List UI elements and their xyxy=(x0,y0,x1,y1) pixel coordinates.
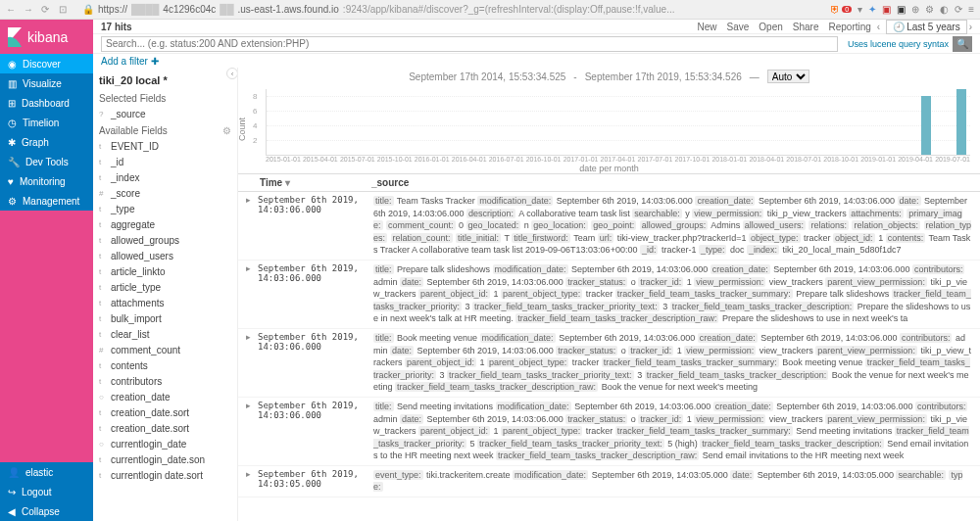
lucene-hint[interactable]: Uses lucene query syntax xyxy=(848,39,949,49)
nav-visualize[interactable]: ▥Visualize xyxy=(0,73,93,93)
ext-icon-3[interactable]: ▣ xyxy=(897,4,906,15)
doc-row[interactable]: ▸September 6th 2019, 14:03:06.000title: … xyxy=(238,260,980,329)
shield-icon[interactable]: ⛨ xyxy=(830,4,840,15)
time-next[interactable]: › xyxy=(969,22,972,32)
field-contents[interactable]: tcontents xyxy=(99,357,231,373)
sync-icon[interactable]: ⟳ xyxy=(955,4,962,15)
chart-bar[interactable] xyxy=(921,96,931,155)
time-prev[interactable]: ‹ xyxy=(877,22,880,32)
field-EVENT_ID[interactable]: tEVENT_ID xyxy=(99,138,231,154)
timepicker[interactable]: 🕘Last 5 years xyxy=(886,20,966,34)
ext-icon-1[interactable]: ✦ xyxy=(868,4,876,15)
nav-elastic[interactable]: 👤elastic xyxy=(0,462,93,482)
bookmark-icon[interactable]: ▾ xyxy=(858,4,862,15)
nav-monitoring[interactable]: ♥Monitoring xyxy=(0,171,93,191)
url-path: :9243/app/kibana#/discover?_g=(refreshIn… xyxy=(343,4,675,15)
url-bar[interactable]: 🔒 https:// ████ 4c1296c04c ██ .us-east-1… xyxy=(78,4,830,15)
doc-row[interactable]: ▸September 6th 2019, 14:03:06.000title: … xyxy=(238,398,980,466)
index-pattern[interactable]: tiki_20 local * xyxy=(99,71,231,89)
expand-icon[interactable]: ▸ xyxy=(246,401,258,462)
selected-fields-title: Selected Fields xyxy=(99,89,231,106)
doc-time: September 6th 2019, 14:03:05.000 xyxy=(258,469,373,494)
expand-icon[interactable]: ▸ xyxy=(246,195,258,257)
reload-button[interactable]: ⟳ xyxy=(41,4,49,15)
field-creation_date[interactable]: ○creation_date xyxy=(99,389,231,404)
nav-graph[interactable]: ✱Graph xyxy=(0,132,93,152)
expand-icon[interactable]: ▸ xyxy=(246,263,258,325)
field-article_type[interactable]: tarticle_type xyxy=(99,279,231,295)
back-button[interactable]: ← xyxy=(6,4,16,15)
open-button[interactable]: Open xyxy=(759,22,782,32)
field-currentlogin_date.son[interactable]: tcurrentlogin_date.son xyxy=(99,451,231,467)
field-attachments[interactable]: tattachments xyxy=(99,295,231,310)
field-currentlogin date.sort[interactable]: tcurrentlogin date.sort xyxy=(99,467,231,483)
field-bulk_import[interactable]: tbulk_import xyxy=(99,310,231,326)
share-button[interactable]: Share xyxy=(793,22,819,32)
searchbar: Uses lucene query syntax 🔍 xyxy=(93,34,980,54)
search-button[interactable]: 🔍 xyxy=(953,36,972,52)
expand-icon[interactable]: ▸ xyxy=(246,469,258,494)
wrench-icon: 🔧 xyxy=(8,157,20,167)
gear-icon[interactable]: ⚙ xyxy=(222,125,231,136)
field-_index[interactable]: t_index xyxy=(99,169,231,185)
field-currentlogin_date[interactable]: ○currentlogin_date xyxy=(99,436,231,451)
nav-main: ◉Discover▥Visualize⊞Dashboard◷Timelion✱G… xyxy=(0,54,93,211)
doc-row[interactable]: ▸September 6th 2019, 14:03:05.000event_t… xyxy=(238,466,980,497)
ext-icon-4[interactable]: ⊕ xyxy=(911,4,919,15)
new-button[interactable]: New xyxy=(698,22,717,32)
doc-row[interactable]: ▸September 6th 2019, 14:03:06.000title: … xyxy=(238,192,980,260)
results: September 17th 2014, 15:53:34.525 - Sept… xyxy=(238,68,980,521)
doc-time: September 6th 2019, 14:03:06.000 xyxy=(258,332,373,394)
field-allowed_users[interactable]: tallowed_users xyxy=(99,248,231,263)
save-button[interactable]: Save xyxy=(727,22,750,32)
histogram-chart[interactable]: Count 2468 2015-01-012015-04-012015-07-0… xyxy=(238,85,980,173)
ext-icon-6[interactable]: ◐ xyxy=(940,4,949,15)
gear-icon: ⚙ xyxy=(8,196,17,207)
histogram-header: September 17th 2014, 15:53:34.525 - Sept… xyxy=(238,68,980,85)
field-article_linkto[interactable]: tarticle_linkto xyxy=(99,263,231,279)
field-aggregate[interactable]: taggregate xyxy=(99,216,231,232)
field-contributors[interactable]: tcontributors xyxy=(99,373,231,389)
nav-collapse[interactable]: ◀Collapse xyxy=(0,501,93,521)
doc-row[interactable]: ▸September 6th 2019, 14:03:06.000title: … xyxy=(238,329,980,398)
col-time[interactable]: Time ▾ xyxy=(246,177,371,188)
doc-source: title: Send meeting invitations modifica… xyxy=(373,401,972,462)
field-creation_date.sort[interactable]: tcreation_date.sort xyxy=(99,420,231,436)
field-_id[interactable]: t_id xyxy=(99,154,231,169)
interval-select[interactable]: Auto xyxy=(767,70,809,83)
kibana-logo[interactable]: kibana xyxy=(0,20,93,54)
expand-icon[interactable]: ▸ xyxy=(246,332,258,394)
nav-logout[interactable]: ↪Logout xyxy=(0,482,93,501)
main: 17 hits New Save Open Share Reporting ‹ … xyxy=(93,20,980,521)
field-comment_count[interactable]: #comment_count xyxy=(99,342,231,357)
menu-icon[interactable]: ≡ xyxy=(968,4,974,15)
sort-desc-icon[interactable]: ▾ xyxy=(285,177,290,188)
nav-management[interactable]: ⚙Management xyxy=(0,191,93,211)
ext-icon-5[interactable]: ⚙ xyxy=(925,4,934,15)
fields-panel: ‹ tiki_20 local * Selected Fields ?_sour… xyxy=(93,68,238,521)
search-input[interactable] xyxy=(101,36,838,52)
forward-button[interactable]: → xyxy=(24,4,33,15)
compass-icon: ◉ xyxy=(8,59,17,70)
collapse-fields-icon[interactable]: ‹ xyxy=(226,68,238,79)
field-_source[interactable]: ?_source xyxy=(99,106,231,121)
clock-icon: 🕘 xyxy=(893,22,905,32)
field-_type[interactable]: t_type xyxy=(99,201,231,216)
field-creation_date.sort[interactable]: tcreation_date.sort xyxy=(99,404,231,420)
add-filter-button[interactable]: Add a filter ✚ xyxy=(101,56,159,67)
doc-list[interactable]: ▸September 6th 2019, 14:03:06.000title: … xyxy=(238,192,980,521)
doc-time: September 6th 2019, 14:03:06.000 xyxy=(258,195,373,257)
nav-timelion[interactable]: ◷Timelion xyxy=(0,113,93,132)
clock-icon: ◷ xyxy=(8,118,17,128)
reporting-button[interactable]: Reporting xyxy=(828,22,870,32)
col-source[interactable]: _source xyxy=(371,177,972,188)
chart-bar[interactable] xyxy=(956,89,966,155)
ext-icon-2[interactable]: ▣ xyxy=(882,4,891,15)
nav-discover[interactable]: ◉Discover xyxy=(0,54,93,73)
nav-dev tools[interactable]: 🔧Dev Tools xyxy=(0,152,93,171)
field-clear_list[interactable]: tclear_list xyxy=(99,326,231,342)
field-allowed_groups[interactable]: tallowed_groups xyxy=(99,232,231,248)
field-_score[interactable]: #_score xyxy=(99,185,231,201)
nav-dashboard[interactable]: ⊞Dashboard xyxy=(0,93,93,113)
doc-source: title: Book meeting venue modification_d… xyxy=(373,332,972,394)
